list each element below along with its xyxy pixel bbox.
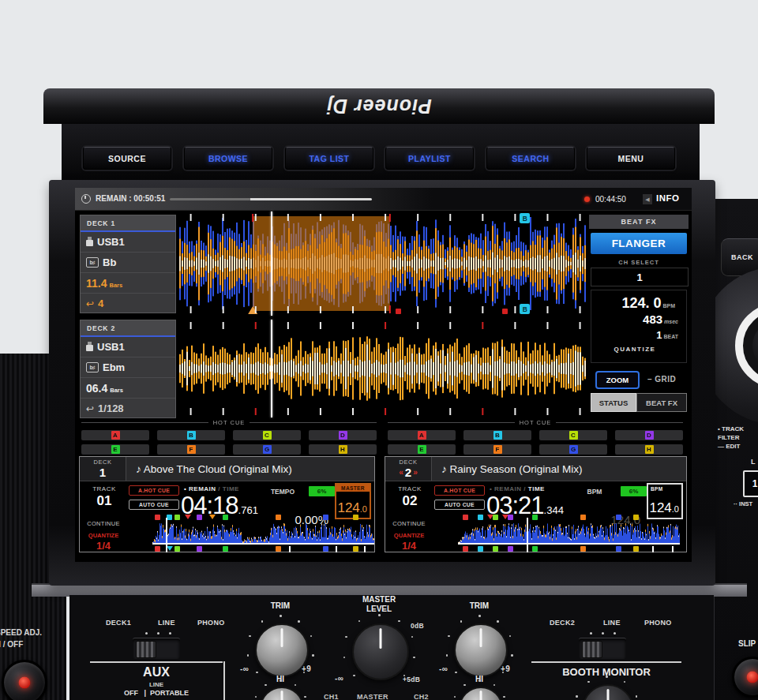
beat-fx-tab[interactable]: BEAT FX (636, 393, 687, 412)
overview-cue-marker (652, 546, 654, 552)
a-hot-cue-badge: A.HOT CUE (434, 485, 485, 496)
hot-cue-slot-b[interactable]: B (157, 430, 225, 440)
knob-tick (448, 635, 450, 638)
divider-line (81, 422, 208, 423)
deck2-hot-cue-bank: HOT CUEABCDEFGH (388, 418, 683, 456)
deck2-track-overview[interactable] (458, 515, 680, 554)
aux-mode-labels: OFF | PORTABLE (90, 689, 223, 697)
hot-cue-slot-g[interactable]: G (233, 444, 301, 455)
button-tag-list[interactable]: TAG LIST (285, 147, 373, 170)
ch1-input-switch-thumb[interactable] (136, 641, 156, 658)
hot-cue-slot-e[interactable]: E (388, 444, 456, 455)
overview-cue-marker (580, 546, 586, 552)
hot-cue-slot-f[interactable]: F (157, 444, 225, 455)
master-level-knob[interactable] (352, 623, 409, 680)
touchscreen[interactable]: REMAIN : 00:50:51 00:44:50 ◀ INFO DECK 1… (75, 188, 692, 562)
hot-cue-slot-d[interactable]: D (309, 430, 377, 440)
ch2-input-switch-thumb[interactable] (582, 641, 602, 658)
deck1-info-card[interactable]: DECK 1 USB1 b♯ Bb 11.4 Bars ↩ 4 (80, 215, 176, 313)
hot-cue-slot-e[interactable]: E (81, 444, 149, 455)
deck1-track-title: ♪ Above The Cloud (Original Mix) (126, 457, 374, 481)
speed-adj-button[interactable] (2, 660, 47, 700)
overview-cue-marker (463, 515, 468, 520)
deck1-track-overview[interactable] (152, 515, 374, 554)
hot-cue-slot-h[interactable]: H (615, 444, 683, 455)
hot-cue-slot-h[interactable]: H (309, 444, 377, 455)
knob-pointer (281, 691, 283, 700)
overview-cue-marker (155, 515, 160, 520)
knob-tick (624, 681, 626, 683)
overview-cue-marker (197, 546, 202, 552)
deck2-waveform-canvas[interactable] (178, 320, 588, 417)
knob-pointer (380, 628, 382, 649)
status-tab[interactable]: STATUS (591, 393, 636, 412)
ch1-trim-knob[interactable] (255, 623, 309, 677)
slip-button[interactable] (732, 657, 758, 698)
button-playlist[interactable]: PLAYLIST (385, 147, 474, 170)
hot-cue-chip-g: G (569, 445, 578, 454)
overview-cue-marker (223, 515, 228, 520)
deck2-tempo-range-badge: 6% (621, 486, 647, 496)
ch1-hi-knob[interactable] (260, 687, 304, 700)
deck1-overview-canvas[interactable] (152, 521, 374, 545)
usb-icon (86, 345, 93, 351)
knob-tick (345, 636, 347, 638)
deck2-bpm-value: 124.0 (649, 500, 679, 516)
hot-cue-chip-d: D (339, 431, 347, 440)
a-hot-cue-badge: A.HOT CUE (129, 485, 179, 496)
ch2-input-switch[interactable] (579, 638, 626, 659)
beat-fx-header: BEAT FX (589, 215, 689, 229)
overview-cue-marker (197, 515, 202, 520)
ch-select-value[interactable]: 1 (591, 268, 689, 286)
deck2-waveform[interactable] (178, 320, 588, 417)
booth-monitor-knob[interactable] (582, 684, 634, 700)
hot-cue-slot-c[interactable]: C (539, 430, 607, 440)
hot-cue-slot-f[interactable]: F (463, 444, 531, 455)
overview-cue-marker (532, 546, 538, 552)
deck2-key: Ebm (103, 361, 125, 373)
deck2-overview-canvas[interactable] (458, 521, 680, 545)
grid-label[interactable]: – GRID (647, 375, 676, 384)
overview-cue-marker (185, 515, 191, 519)
hot-cue-slot-c[interactable]: C (233, 430, 301, 440)
overview-cue-marker (209, 515, 216, 519)
hot-cue-slot-a[interactable]: A (81, 430, 149, 440)
ch2-trim-knob[interactable] (454, 623, 508, 677)
hot-cue-slot-d[interactable]: D (615, 430, 683, 440)
deck1-bars-row: 11.4 Bars (81, 273, 175, 294)
ch2-hi-knob[interactable] (459, 687, 503, 700)
button-browse[interactable]: BROWSE (184, 147, 272, 170)
deck2-playhead (271, 320, 272, 417)
deck1-waveform-canvas[interactable] (178, 211, 588, 316)
deck2-quantize-value: 1/4 (385, 540, 433, 552)
zoom-button[interactable]: ZOOM (595, 371, 640, 389)
divider-line (250, 422, 377, 423)
fx-select-button[interactable]: FLANGER (591, 233, 687, 254)
hot-cue-chip-f: F (493, 445, 502, 454)
overview-cue-marker (508, 515, 513, 520)
knob-tick (463, 684, 466, 687)
hot-cue-b-marker: B (520, 213, 530, 223)
button-menu[interactable]: MENU (587, 147, 675, 170)
knob-tick (310, 635, 313, 638)
hot-cue-slot-a[interactable]: A (388, 430, 456, 440)
deck2-info-card[interactable]: DECK 2 USB1 b♯ Ebm 06.4 Bars ↩ 1/128 (80, 320, 176, 418)
deck1-track-header: DECK 1 ♪ Above The Cloud (Original Mix) (80, 457, 374, 481)
hot-cue-chip-b: B (187, 431, 196, 440)
knob-pointer (607, 689, 610, 700)
knob-tick (455, 672, 457, 674)
hot-cue-chip-h: H (339, 445, 347, 454)
hot-cue-slot-b[interactable]: B (463, 430, 531, 440)
deck1-waveform[interactable]: BB (178, 211, 588, 316)
ch1-input-switch[interactable] (133, 638, 180, 659)
key-icon: b♯ (86, 257, 99, 268)
knob-tick (606, 676, 608, 678)
deck1-source: USB1 (97, 236, 125, 248)
button-source[interactable]: SOURCE (83, 147, 171, 170)
master-level-label: MASTERLEVEL (347, 595, 411, 614)
deck1-hot-cue-bank: HOT CUEABCDEFGH (81, 418, 377, 456)
button-search[interactable]: SEARCH (486, 147, 575, 170)
deck1-bars: 11.4 (86, 277, 107, 290)
hot-cue-slot-g[interactable]: G (539, 444, 607, 455)
deck2-source-row: USB1 (81, 337, 175, 357)
